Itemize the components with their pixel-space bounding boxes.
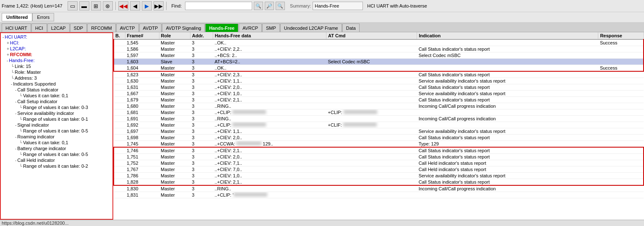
tree-signal[interactable]: -Signal indicator: [2, 122, 112, 128]
table-row[interactable]: 1,631 Master 3 ..+CIEV: 2,0.. Call Statu…: [114, 84, 644, 91]
table-row[interactable]: 1,681 Master 3 ..+CLIP: +CLIP:: [114, 109, 644, 116]
cell-atcmd: [326, 78, 417, 84]
tree-rfcomm[interactable]: +RFCOMM:: [2, 52, 112, 57]
tab-smp[interactable]: SMP: [262, 23, 280, 32]
tree-label-callheld-val: Range of values it can take: 0-2: [23, 164, 88, 169]
data-table-panel: B. Frame# Role Addr. Hands-Free data AT …: [113, 32, 644, 220]
cell-role: Master: [159, 185, 190, 192]
left-tree-panel: -HCI UART: +HCI: +L2CAP: +RFCOMM: -Hands…: [0, 32, 113, 220]
cell-addr: 3: [190, 160, 213, 166]
filter-unfiltered[interactable]: Unfiltered: [2, 13, 32, 21]
tab-avdtp[interactable]: AVDTP: [139, 23, 162, 32]
rect2-icon-btn[interactable]: ▬: [79, 1, 89, 10]
cell-b: [114, 185, 125, 192]
cell-addr: 3: [190, 52, 213, 59]
table-row[interactable]: 1,746 Master 3 ..+CIEV: 2,1.. Call Statu…: [114, 147, 644, 154]
table-row[interactable]: 1,680 Master 3 ..RING.. Incoming Call/Ca…: [114, 103, 644, 109]
cell-role: Master: [159, 109, 190, 116]
tab-l2cap[interactable]: L2CAP: [47, 23, 70, 32]
tab-hci[interactable]: HCI: [31, 23, 47, 32]
tab-avdtp-signaling[interactable]: AVDTP Signaling: [162, 23, 205, 32]
tab-hci-uart[interactable]: HCI UART: [2, 23, 31, 32]
search-btn3[interactable]: 🔍: [276, 2, 285, 10]
forward-last-btn[interactable]: ▶▶: [154, 1, 164, 10]
cell-hfdata: ..+CCWA: 129..: [213, 141, 326, 148]
tab-sdp[interactable]: SDP: [70, 23, 87, 32]
table-row[interactable]: 1,630 Master 3 ..+CIEV: 1,1.. Service av…: [114, 78, 644, 84]
tree-callstatus[interactable]: -Call Status indicator: [2, 87, 112, 93]
cell-indication: Call Held indicator's status report: [417, 160, 598, 166]
cell-atcmd: [326, 179, 417, 186]
tree-label-handsfree: Hands-Free:: [9, 58, 34, 63]
tab-avrcp[interactable]: AVRCP: [239, 23, 262, 32]
tree-service[interactable]: -Service availability indicator: [2, 110, 112, 116]
table-row[interactable]: 1,828 Master 3 ..+CIEV: 2,1.. Call Statu…: [114, 179, 644, 186]
cell-role: Master: [159, 71, 190, 78]
table-row[interactable]: 1,831 Master 3 ..+CLIP: ': [114, 192, 644, 198]
tab-rfcomm[interactable]: RFCOMM: [87, 23, 116, 32]
cell-response: [598, 141, 644, 148]
table-row[interactable]: 1,751 Master 3 ..+CIEV: 2,0.. Call Statu…: [114, 154, 644, 160]
cell-frame: 1,697: [125, 128, 159, 135]
table-row[interactable]: 1,698 Master 3 ..+CIEV: 2,0.. Call Statu…: [114, 135, 644, 141]
cell-b: [114, 192, 125, 198]
search-btn2[interactable]: 🔎: [265, 2, 274, 10]
tree-handsfree[interactable]: -Hands-Free:: [2, 57, 112, 63]
back-red-btn[interactable]: ◀◀: [118, 1, 128, 10]
table-row[interactable]: 1,667 Master 3 ..+CIEV: 1,0.. Service av…: [114, 91, 644, 97]
table-row[interactable]: 1,767 Master 3 ..+CIEV: 7,0.. Call Held …: [114, 166, 644, 173]
frame-info: Frame 1,422: (Host) Len=147: [2, 3, 63, 8]
tab-data[interactable]: Data: [342, 23, 360, 32]
tree-hci-uart[interactable]: -HCI UART:: [2, 34, 112, 40]
search-btn1[interactable]: 🔍: [254, 2, 263, 10]
tree-callheld[interactable]: -Call Held indicator: [2, 157, 112, 163]
cell-response: [598, 84, 644, 91]
rect-icon-btn[interactable]: ▭: [68, 1, 78, 10]
table-row[interactable]: 1,830 Master 3 ..RING.. Incoming Call/Ca…: [114, 185, 644, 192]
tab-hands-free[interactable]: Hands-Free: [205, 23, 238, 32]
tree-address[interactable]: └Address: 3: [2, 75, 112, 81]
table-row[interactable]: 1,752 Master 3 ..+CIEV: 7,1.. Call Held …: [114, 160, 644, 166]
tree-callsetup[interactable]: -Call Setup indicator: [2, 99, 112, 104]
tab-undecoded-l2cap[interactable]: Undecoded L2CAP Frame: [280, 23, 342, 32]
tree-label-service-val: Range of values it can take: 0-1: [23, 117, 88, 122]
table-row[interactable]: 1,604 Master 3 ..OK.. Success: [114, 65, 644, 72]
summary-input[interactable]: [313, 2, 363, 10]
table-row[interactable]: 1,603 Slave 3 AT+BCS=2.. Select Codec mS…: [114, 59, 644, 65]
table-row[interactable]: 1,545 Master 3 ..OK.. Success: [114, 39, 644, 46]
cell-role: Master: [159, 147, 190, 154]
cell-b: [114, 78, 125, 84]
back-btn[interactable]: ◀: [130, 1, 140, 10]
tree-indicators[interactable]: -Indicators Supported: [2, 81, 112, 87]
tree-l2cap[interactable]: +L2CAP:: [2, 46, 112, 52]
group-icon-btn[interactable]: ⊛: [103, 1, 113, 10]
table-row[interactable]: 1,623 Master 3 ..+CIEV: 2,3.. Call Statu…: [114, 71, 644, 78]
cell-addr: 3: [190, 179, 213, 186]
cell-atcmd: [326, 141, 417, 148]
tree-hci[interactable]: +HCI:: [2, 40, 112, 46]
table-row[interactable]: 1,691 Master 3 ..RING.. Incoming Call/Ca…: [114, 116, 644, 122]
table-icon-btn[interactable]: ⊞: [91, 1, 101, 10]
table-row[interactable]: 1,697 Master 3 ..+CIEV: 1,1.. Service av…: [114, 128, 644, 135]
cell-response: [598, 179, 644, 186]
tree-battery[interactable]: -Battery charge indicator: [2, 145, 112, 151]
table-row[interactable]: 1,745 Master 3 ..+CCWA: 129.. Type: 129: [114, 141, 644, 148]
table-row[interactable]: 1,679 Master 3 ..+CIEV: 2,1.. Call Statu…: [114, 97, 644, 103]
tree-link[interactable]: └Link: 15: [2, 63, 112, 69]
table-row[interactable]: 1,597 Master 3 ..+BCS: 2.. Select Codec …: [114, 52, 644, 59]
cell-indication: Service availability indicator's status …: [417, 173, 598, 179]
table-row[interactable]: 1,786 Master 3 ..+CIEV: 1,0.. Service av…: [114, 173, 644, 179]
cell-indication: Call Status indicator's status report: [417, 147, 598, 154]
cell-atcmd: [326, 166, 417, 173]
tree-label-callheld: Call Held indicator: [17, 158, 55, 163]
table-row[interactable]: 1,692 Master 3 ..+CLIP: +CLIF:: [114, 122, 644, 128]
find-input[interactable]: [185, 2, 252, 10]
filter-errors[interactable]: Errors: [32, 13, 54, 21]
tree-roaming[interactable]: -Roaming indicator: [2, 134, 112, 140]
tree-label-role: Role: Master: [15, 70, 41, 75]
tree-role[interactable]: └Role: Master: [2, 69, 112, 75]
cell-indication: Type: 129: [417, 141, 598, 148]
tab-avctp[interactable]: AVCTP: [116, 23, 139, 32]
table-row[interactable]: 1,586 Master 3 ..+CIEV: 2,2.. Call Statu…: [114, 46, 644, 52]
forward-btn[interactable]: ▶: [142, 1, 152, 10]
